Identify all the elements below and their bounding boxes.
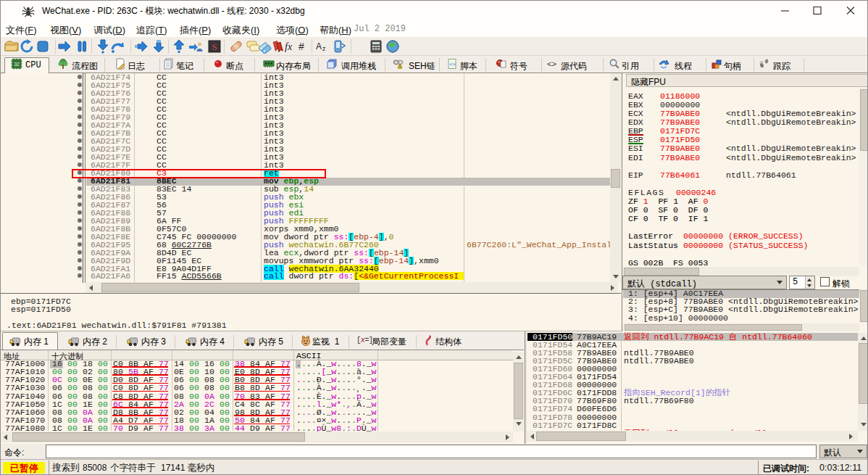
svg-text:#: # bbox=[299, 41, 304, 52]
svg-text:A: A bbox=[316, 41, 322, 51]
svg-text:<>: <> bbox=[450, 62, 456, 67]
svg-text:z: z bbox=[322, 45, 326, 52]
svg-text:!: ! bbox=[399, 65, 400, 69]
svg-text:S: S bbox=[212, 41, 217, 52]
svg-text:<>: <> bbox=[547, 60, 556, 69]
svg-text:32: 32 bbox=[14, 62, 20, 67]
svg-text:fx: fx bbox=[285, 41, 293, 52]
